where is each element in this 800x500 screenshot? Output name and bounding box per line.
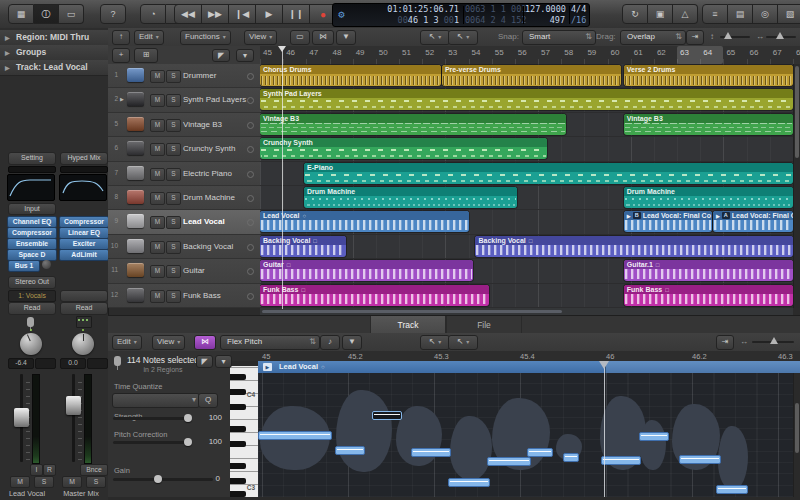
freeze-indicator-icon[interactable] [247, 122, 254, 129]
editor-local-menu-button[interactable]: ◤ [196, 355, 213, 368]
freeze-indicator-icon[interactable] [247, 171, 254, 178]
output-eq-thumbnail[interactable] [59, 174, 107, 201]
freeze-indicator-icon[interactable] [247, 293, 254, 300]
input-slot[interactable]: Input [8, 203, 56, 215]
track-header-funk-bass[interactable]: 12MSFunk Bass [108, 284, 260, 308]
region-pre-verse-drums[interactable]: Pre-verse Drums [442, 65, 622, 86]
bar-ruler[interactable]: 4546474849505152535455565758596061626364… [260, 46, 800, 65]
strength-slider[interactable] [113, 417, 191, 420]
region-crunchy-synth[interactable]: Crunchy Synth [260, 138, 547, 159]
midi-in-button[interactable]: ♪ [320, 335, 340, 350]
region-backing-vocal[interactable]: Backing Vocal□ [260, 236, 346, 257]
track-header-backing-vocal[interactable]: 10MSBacking Vocal [108, 235, 260, 259]
output-pan-knob[interactable] [72, 333, 94, 355]
pan-knob[interactable] [20, 333, 42, 355]
scrollbar-thumb[interactable] [262, 310, 562, 313]
track-header-lead-vocal[interactable]: 9MSLead Vocal [108, 210, 260, 234]
track-solo-button[interactable]: S [166, 241, 181, 254]
flex-pitch-note[interactable] [527, 448, 553, 457]
region-vintage-b3[interactable]: Vintage B3 [624, 114, 793, 135]
track-solo-button[interactable]: S [166, 70, 181, 83]
flex-pitch-note[interactable] [716, 485, 748, 494]
scrollbar-thumb[interactable] [795, 66, 799, 158]
playhead-marker[interactable] [278, 46, 286, 52]
pan-value-box[interactable] [35, 358, 56, 369]
track-header-drum-machine[interactable]: 8MSDrum Machine [108, 186, 260, 210]
q-apply-button[interactable]: Q [198, 393, 218, 408]
smart-controls-button[interactable]: ◔ [140, 4, 166, 24]
track-header-guitar[interactable]: 11MSGuitar [108, 259, 260, 283]
flex-pitch-note[interactable] [335, 446, 365, 455]
scrollbar-thumb[interactable] [795, 403, 799, 453]
freeze-indicator-icon[interactable] [247, 219, 254, 226]
metronome-button[interactable]: △ [673, 4, 698, 24]
disclosure-triangle-icon[interactable]: ▶ [120, 96, 124, 102]
freeze-indicator-icon[interactable] [247, 73, 254, 80]
tab-track[interactable]: Track [370, 316, 446, 334]
stop-button[interactable]: ❙◀ [229, 4, 256, 24]
track-mute-button[interactable]: M [150, 216, 165, 229]
track-header-drummer[interactable]: 1MSDrummer [108, 64, 260, 88]
output-volume-value[interactable]: 0.0 [60, 358, 86, 369]
track-lanes[interactable]: Chorus DrumsPre-verse DrumsVerse 2 Drums… [260, 64, 793, 308]
volume-value[interactable]: -6.4 [8, 358, 34, 369]
mute-button[interactable]: M [10, 476, 30, 488]
tracks-vertical-scrollbar[interactable] [793, 64, 800, 308]
editor-zoom-thumb[interactable] [770, 337, 778, 344]
marquee-tool-button[interactable]: ▭ [290, 30, 310, 45]
plugin-slot[interactable]: AdLimit [59, 249, 109, 261]
view-menu[interactable]: View [244, 30, 277, 45]
strength-slider-knob[interactable] [184, 414, 192, 422]
editor-command-click-tool-menu[interactable]: ↖ [448, 335, 478, 350]
track-solo-button[interactable]: S [166, 192, 181, 205]
gain-slider-knob[interactable] [154, 475, 162, 483]
track-header-vintage-b3[interactable]: 5MSVintage B3 [108, 113, 260, 137]
editor-local-hide-button[interactable]: ▾ [215, 355, 232, 368]
track-mute-button[interactable]: M [150, 290, 165, 303]
horizontal-zoom-thumb[interactable] [776, 32, 784, 39]
editor-flex-button[interactable]: ⋈ [194, 335, 216, 350]
bounce-button[interactable]: Bnce [80, 464, 108, 476]
black-key[interactable] [230, 463, 246, 469]
editor-vertical-scrollbar[interactable] [793, 373, 800, 497]
left-click-tool-menu[interactable]: ↖ [420, 30, 450, 45]
track-header-crunchy-synth[interactable]: 6MSCrunchy Synth [108, 137, 260, 161]
quick-help-button[interactable]: ? [100, 4, 126, 24]
editor-catch-playhead-button[interactable]: ⇥ [716, 335, 734, 350]
autopunch-button[interactable]: ▣ [648, 4, 673, 24]
record-enable-button[interactable]: R [43, 464, 56, 476]
track-mute-button[interactable]: M [150, 265, 165, 278]
track-solo-button[interactable]: S [166, 143, 181, 156]
volume-fader[interactable] [14, 408, 29, 427]
library-button[interactable]: ▦ [8, 4, 34, 24]
flex-pitch-note[interactable] [258, 431, 332, 440]
flex-pitch-editor[interactable] [258, 373, 800, 497]
forward-button[interactable]: ▶▶ [202, 4, 229, 24]
region-drum-machine[interactable]: Drum Machine [304, 187, 517, 208]
toolbar-toggle-button[interactable]: ▭ [59, 4, 84, 24]
region-lead-vocal-final-c[interactable]: ▶ALead Vocal: Final C [713, 211, 793, 232]
flex-mode-dropdown[interactable]: Flex Pitch⇅ [220, 335, 320, 350]
browsers-button[interactable]: ▧ [778, 4, 800, 24]
region-disclosure-icon[interactable]: ▶ [263, 363, 272, 371]
region-chorus-drums[interactable]: Chorus Drums [260, 65, 441, 86]
region-synth-pad-layers[interactable]: Synth Pad Layers [260, 89, 793, 110]
pitch-correction-slider[interactable] [113, 441, 191, 444]
region-lead-vocal[interactable]: Lead Vocal○ [260, 211, 469, 232]
output-mute-button[interactable]: M [62, 476, 82, 488]
flex-pitch-note[interactable] [679, 455, 721, 464]
black-key[interactable] [230, 404, 246, 410]
tracks-horizontal-scrollbar[interactable] [260, 308, 793, 315]
lcd-settings-gear-icon[interactable]: ⚙ [338, 8, 345, 21]
output-pan-value-box[interactable] [87, 358, 108, 369]
channel-setting-button[interactable]: Setting [8, 152, 56, 165]
region-vintage-b3[interactable]: Vintage B3 [260, 114, 566, 135]
output-automation-mode-button[interactable]: Read [60, 302, 108, 315]
track-solo-button[interactable]: S [166, 216, 181, 229]
output-setting-button[interactable]: Hyped Mix [60, 152, 108, 165]
region-drum-machine[interactable]: Drum Machine [624, 187, 793, 208]
region-e-piano[interactable]: E-Piano [304, 163, 793, 184]
pause-button[interactable]: ❙❙ [283, 4, 310, 24]
scroll-to-selection-button[interactable]: ↑ [112, 30, 130, 45]
region-guitar-1[interactable]: Guitar.1□ [624, 260, 793, 281]
